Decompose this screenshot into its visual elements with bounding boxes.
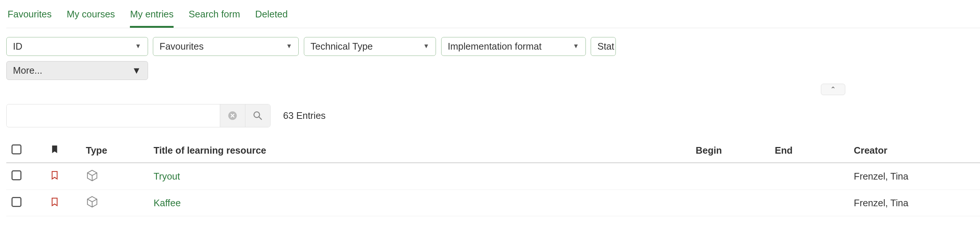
- col-end[interactable]: End: [770, 138, 849, 162]
- collapse-button[interactable]: ⌃: [821, 84, 845, 95]
- tab-my-entries[interactable]: My entries: [130, 6, 173, 28]
- row-checkbox[interactable]: [11, 170, 21, 180]
- tabs: Favourites My courses My entries Search …: [6, 6, 980, 28]
- filter-implementation-format[interactable]: Implementation format ▼: [441, 37, 586, 56]
- chevron-up-icon: ⌃: [830, 86, 836, 93]
- filter-more[interactable]: More... ▼: [6, 61, 148, 80]
- table-row: KaffeeFrenzel, Tina PUBLISHEDNo license: [6, 189, 980, 216]
- entry-count: 63 Entries: [283, 110, 326, 121]
- cube-icon: [86, 169, 99, 182]
- filter-status-label: Stat: [597, 41, 614, 52]
- search-input[interactable]: [7, 105, 220, 126]
- chevron-down-icon: ▼: [423, 43, 429, 50]
- col-begin[interactable]: Begin: [690, 138, 770, 162]
- col-type[interactable]: Type: [81, 138, 148, 162]
- cell-begin: [690, 189, 770, 216]
- svg-line-2: [259, 117, 261, 119]
- filter-id[interactable]: ID ▼: [6, 37, 148, 56]
- results-table: Type Title of learning resource Begin En…: [6, 138, 980, 216]
- search-icon: [252, 110, 264, 121]
- search-button[interactable]: [245, 104, 270, 127]
- col-checkbox: [6, 138, 45, 162]
- clear-search-button[interactable]: [220, 104, 245, 127]
- resource-title-link[interactable]: Kaffee: [154, 198, 181, 208]
- bookmark-icon[interactable]: [49, 196, 60, 208]
- cell-end: [770, 163, 849, 190]
- clear-icon: [227, 110, 238, 121]
- svg-point-1: [254, 112, 259, 117]
- chevron-down-icon: ▼: [573, 43, 579, 50]
- bookmark-icon[interactable]: [49, 170, 60, 181]
- filter-technical-type-label: Technical Type: [310, 41, 373, 52]
- filter-implementation-format-label: Implementation format: [448, 41, 542, 52]
- filter-favourites-label: Favourites: [159, 41, 204, 52]
- cell-end: [770, 189, 849, 216]
- cube-icon: [86, 196, 99, 208]
- chevron-down-icon: ▼: [132, 65, 141, 76]
- tab-my-courses[interactable]: My courses: [67, 6, 115, 28]
- chevron-down-icon: ▼: [286, 43, 293, 50]
- cell-begin: [690, 163, 770, 190]
- col-bookmark: [45, 138, 81, 162]
- collapse-row: ⌃: [6, 84, 980, 95]
- filter-id-label: ID: [13, 41, 22, 52]
- chevron-down-icon: ▼: [135, 43, 142, 50]
- filter-status[interactable]: Stat: [591, 37, 616, 56]
- search-row: 63 Entries: [6, 104, 980, 127]
- tab-favourites[interactable]: Favourites: [7, 6, 51, 28]
- cell-creator: Frenzel, Tina: [849, 163, 980, 190]
- table-row: TryoutFrenzel, Tina PREPARATIONCC0: [6, 163, 980, 190]
- col-creator[interactable]: Creator: [849, 138, 980, 162]
- search-box: [6, 104, 270, 127]
- cell-creator: Frenzel, Tina: [849, 189, 980, 216]
- filter-technical-type[interactable]: Technical Type ▼: [304, 37, 436, 56]
- filter-row: ID ▼ Favourites ▼ Technical Type ▼ Imple…: [6, 37, 980, 56]
- select-all-checkbox[interactable]: [11, 145, 21, 154]
- filter-favourites[interactable]: Favourites ▼: [153, 37, 299, 56]
- col-title[interactable]: Title of learning resource: [148, 138, 690, 162]
- tab-deleted[interactable]: Deleted: [255, 6, 288, 28]
- resource-title-link[interactable]: Tryout: [154, 171, 180, 181]
- bookmark-icon: [49, 144, 60, 155]
- tab-search-form[interactable]: Search form: [189, 6, 240, 28]
- row-checkbox[interactable]: [11, 197, 21, 207]
- filter-more-label: More...: [13, 65, 42, 76]
